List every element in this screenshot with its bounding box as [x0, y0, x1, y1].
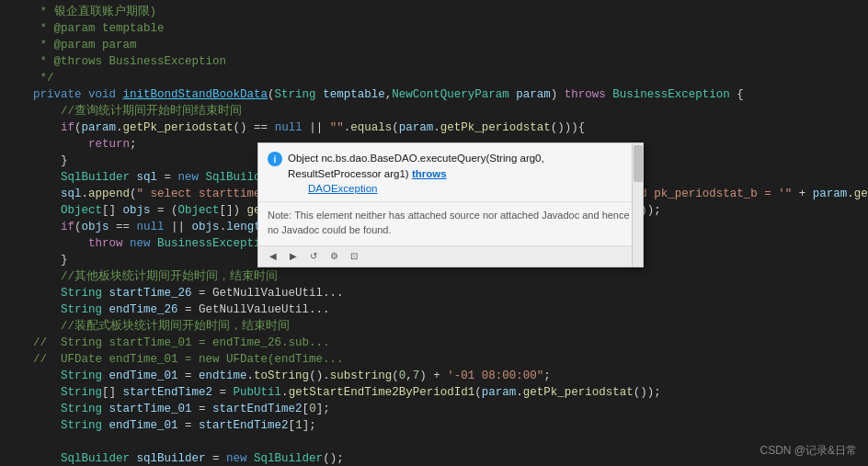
info-icon: i: [268, 152, 282, 166]
tooltip-back-btn[interactable]: ◀: [264, 248, 282, 265]
line: String endTime_26 = GetNullValueUtil...: [0, 301, 868, 318]
code-line: SqlBuilder sqlBuilder = new SqlBuilder()…: [33, 450, 861, 466]
tooltip-settings-btn[interactable]: ⚙: [325, 248, 343, 265]
line: * @param param: [0, 37, 868, 53]
code-line: String[] startEndTime2 = PubUtil.getStar…: [33, 384, 861, 401]
code-line: String startTime_26 = GetNullValueUtil..…: [33, 285, 861, 301]
tooltip-note: Note: This element neither has attached …: [258, 201, 643, 245]
dao-exception-link[interactable]: DAOException: [308, 183, 634, 194]
line: [0, 434, 868, 450]
code-line: * @throws BusinessException: [33, 53, 861, 70]
line: String endTime_01 = startEndTime2[1];: [0, 417, 868, 434]
line: if(param.getPk_periodstat() == null || "…: [0, 119, 868, 136]
code-line: if(param.getPk_periodstat() == null || "…: [33, 119, 861, 136]
tooltip-scrollbar[interactable]: [632, 143, 643, 267]
line: // UFDate endTime_01 = new UFDate(endTim…: [0, 351, 868, 368]
tooltip-popup: i Object nc.bs.dao.BaseDAO.executeQuery(…: [257, 142, 644, 267]
line: * @throws BusinessException: [0, 53, 868, 70]
code-line: //查询统计期间开始时间结束时间: [33, 103, 861, 119]
tooltip-scroll-thumb: [634, 145, 643, 182]
line: String startTime_01 = startEndTime2[0];: [0, 401, 868, 417]
code-line: String endTime_26 = GetNullValueUtil...: [33, 301, 861, 318]
code-line: String endTime_01 = endtime.toString().s…: [33, 368, 861, 384]
code-editor: * 银企直联账户期限) * @param temptable * @param …: [0, 0, 868, 466]
code-line: */: [33, 70, 861, 86]
line: String[] startEndTime2 = PubUtil.getStar…: [0, 384, 868, 401]
line: String endTime_01 = endtime.toString().s…: [0, 368, 868, 384]
code-line: //装配式板块统计期间开始时间，结束时间: [33, 318, 861, 335]
line: SqlBuilder sqlBuilder = new SqlBuilder()…: [0, 450, 868, 466]
code-line: String startTime_01 = startEndTime2[0];: [33, 401, 861, 417]
line: String startTime_26 = GetNullValueUtil..…: [0, 285, 868, 301]
code-line: * @param temptable: [33, 20, 861, 37]
watermark: CSDN @记录&日常: [760, 443, 857, 459]
code-line: // UFDate endTime_01 = new UFDate(endTim…: [33, 351, 861, 368]
code-line: // String startTime_01 = endTime_26.sub.…: [33, 335, 861, 351]
code-line: //其他板块统计期间开始时间，结束时间: [33, 268, 861, 285]
line: //其他板块统计期间开始时间，结束时间: [0, 268, 868, 285]
line: //装配式板块统计期间开始时间，结束时间: [0, 318, 868, 335]
line: private void initBondStandBookData(Strin…: [0, 86, 868, 103]
line: * @param temptable: [0, 20, 868, 37]
tooltip-toolbar: ◀ ▶ ↺ ⚙ ⊡: [258, 245, 643, 267]
code-line: * @param param: [33, 37, 861, 53]
tooltip-header: i Object nc.bs.dao.BaseDAO.executeQuery(…: [258, 143, 643, 201]
throws-keyword[interactable]: throws: [412, 168, 447, 179]
tooltip-title: Object nc.bs.dao.BaseDAO.executeQuery(St…: [288, 153, 544, 179]
line: * 银企直联账户期限): [0, 4, 868, 20]
line: // String startTime_01 = endTime_26.sub.…: [0, 335, 868, 351]
code-line: [33, 434, 861, 450]
line: */: [0, 70, 868, 86]
code-line: * 银企直联账户期限): [33, 4, 861, 20]
tooltip-refresh-btn[interactable]: ↺: [304, 248, 323, 265]
tooltip-forward-btn[interactable]: ▶: [284, 248, 303, 265]
tooltip-open-btn[interactable]: ⊡: [345, 248, 363, 265]
code-line: private void initBondStandBookData(Strin…: [33, 86, 861, 103]
line: //查询统计期间开始时间结束时间: [0, 103, 868, 119]
code-line: String endTime_01 = startEndTime2[1];: [33, 417, 861, 434]
